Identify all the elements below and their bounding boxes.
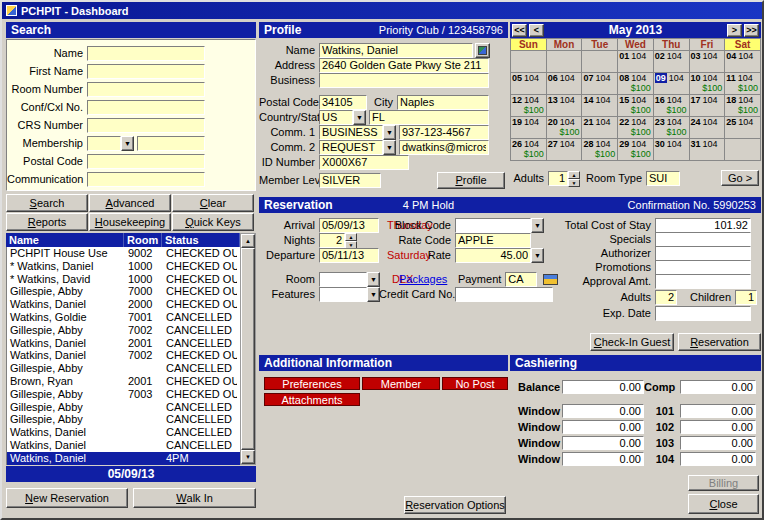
comm2-type-input[interactable] [319, 140, 383, 155]
table-row[interactable]: PCHPIT House Use9002CHECKED OUT [7, 247, 240, 260]
nights-spinner[interactable]: ▲▼ [345, 233, 357, 248]
res-adults-input[interactable] [655, 290, 677, 305]
table-row[interactable]: Gillespie, Abby7002CANCELLED [7, 324, 240, 337]
room-account-field[interactable]: 0.00 [680, 436, 756, 450]
calendar-day-cell[interactable]: 09104 [654, 73, 690, 95]
calendar-day-cell[interactable]: 22104$100 [618, 117, 654, 139]
comp-field[interactable]: 0.00 [680, 380, 756, 394]
search-name-input[interactable] [87, 46, 205, 61]
block-code-dropdown-button[interactable]: ▼ [531, 218, 544, 233]
business-input[interactable] [319, 73, 489, 88]
calendar-day-cell[interactable]: 14104 [582, 95, 618, 117]
check-in-guest-button[interactable]: Check-In Guest [590, 333, 674, 351]
calendar-day-cell[interactable]: 16104$100 [654, 95, 690, 117]
calendar-day-cell[interactable]: 12104$100 [511, 95, 547, 117]
calendar-day-cell[interactable]: 02104 [654, 51, 690, 73]
room-account-field[interactable]: 0.00 [680, 420, 756, 434]
profile-postal-input[interactable] [319, 95, 367, 110]
quick-keys-button[interactable]: Quick Keys [172, 213, 254, 231]
table-row[interactable]: Watkins, DanielCANCELLED [7, 439, 240, 452]
reservation-button[interactable]: Reservation [678, 333, 761, 351]
calendar-day-cell[interactable]: 18104$100 [725, 95, 761, 117]
arrival-input[interactable] [319, 218, 379, 233]
table-row[interactable]: * Watkins, Daniel1000CHECKED OUT [7, 260, 240, 273]
exp-date-input[interactable] [655, 306, 751, 321]
nights-input[interactable] [319, 233, 345, 248]
member-level-input[interactable] [319, 173, 381, 188]
profile-lookup-button[interactable] [475, 43, 490, 58]
table-row[interactable]: Gillespie, AbbyCANCELLED [7, 362, 240, 375]
calendar-day-cell[interactable]: 28104$100 [582, 139, 618, 161]
conf-no-input[interactable] [87, 100, 205, 115]
calendar-day-cell[interactable]: 11104$100 [725, 73, 761, 95]
comm2-value-input[interactable] [399, 140, 489, 155]
spin-up-icon[interactable]: ▲ [568, 171, 580, 179]
prev-year-button[interactable]: << [512, 24, 527, 37]
comm2-dropdown-button[interactable]: ▼ [383, 140, 396, 155]
country-input[interactable] [319, 110, 353, 125]
window-amount-field[interactable]: 0.00 [562, 436, 644, 450]
profile-button[interactable]: Profile [437, 172, 505, 189]
comm1-value-input[interactable] [399, 125, 489, 140]
table-row[interactable]: Watkins, Goldie7001CANCELLED [7, 311, 240, 324]
membership-dropdown-button[interactable]: ▼ [121, 136, 134, 151]
comm1-dropdown-button[interactable]: ▼ [383, 125, 396, 140]
window-amount-field[interactable]: 0.00 [562, 452, 644, 466]
postal-code-input[interactable] [87, 154, 205, 169]
calendar-day-cell[interactable]: 17104 [690, 95, 726, 117]
calendar-day-cell[interactable]: 25104 [725, 117, 761, 139]
calendar-day-cell[interactable]: 13104 [547, 95, 583, 117]
table-row[interactable]: * Watkins, David1000CHECKED OUT [7, 273, 240, 286]
calendar-day-cell[interactable]: 27104 [547, 139, 583, 161]
next-year-button[interactable]: >> [744, 24, 759, 37]
column-header-room[interactable]: Room [124, 233, 162, 247]
reports-button[interactable]: Reports [6, 213, 88, 231]
credit-card-no-input[interactable] [455, 287, 553, 302]
search-button[interactable]: Search [6, 194, 88, 212]
window-amount-field[interactable]: 0.00 [562, 404, 644, 418]
calendar-day-cell[interactable]: 15104$100 [618, 95, 654, 117]
rate-dropdown-button[interactable]: ▼ [531, 248, 544, 263]
reservation-options-button[interactable]: Reservation Options [404, 496, 506, 514]
payment-input[interactable] [505, 272, 537, 287]
membership-type-input[interactable] [87, 136, 121, 151]
departure-input[interactable] [319, 248, 379, 263]
calendar-day-cell[interactable]: 03104 [690, 51, 726, 73]
housekeeping-button[interactable]: Housekeeping [89, 213, 171, 231]
table-row[interactable]: Watkins, DanielCANCELLED [7, 426, 240, 439]
calendar-day-cell[interactable]: 21104 [582, 117, 618, 139]
lamp-preferences[interactable]: Preferences [264, 377, 360, 390]
calendar-day-cell[interactable]: 20104$100 [547, 117, 583, 139]
calendar-day-cell[interactable]: 19104 [511, 117, 547, 139]
approval-amt-input[interactable] [655, 274, 751, 289]
table-row[interactable]: Watkins, Daniel2001CANCELLED [7, 337, 240, 350]
block-code-input[interactable] [455, 218, 531, 233]
calendar-day-cell[interactable]: 08104$100 [618, 73, 654, 95]
lamp-member[interactable]: Member [362, 377, 440, 390]
calendar-day-cell[interactable]: 30104 [654, 139, 690, 161]
table-row[interactable]: Gillespie, Abby7000CHECKED OUT [7, 285, 240, 298]
calendar-day-cell[interactable]: 24104 [690, 117, 726, 139]
table-row[interactable]: Gillespie, Abby7003CHECKED OUT [7, 388, 240, 401]
scroll-up-icon[interactable]: ▲ [241, 234, 255, 248]
room-input[interactable] [319, 272, 367, 287]
balance-field[interactable]: 0.00 [562, 380, 644, 394]
table-row[interactable]: Watkins, Daniel2000CHECKED OUT [7, 298, 240, 311]
scroll-down-icon[interactable]: ▼ [241, 450, 255, 464]
calendar-day-cell[interactable]: 23104$100 [654, 117, 690, 139]
window-amount-field[interactable]: 0.00 [562, 420, 644, 434]
results-scrollbar[interactable]: ▲ ▼ [240, 233, 256, 465]
features-input[interactable] [319, 287, 367, 302]
calendar-day-cell[interactable]: 01104 [618, 51, 654, 73]
profile-name-input[interactable] [319, 43, 473, 58]
calendar-day-cell[interactable]: 10104$100 [690, 73, 726, 95]
lamp-attachments[interactable]: Attachments [264, 393, 360, 406]
packages-link[interactable]: Packages [399, 273, 447, 285]
comm1-type-input[interactable] [319, 125, 383, 140]
spin-down-icon[interactable]: ▼ [568, 179, 580, 187]
spin-up-icon[interactable]: ▲ [345, 233, 357, 241]
address-input[interactable] [319, 58, 489, 73]
billing-button[interactable]: Billing [688, 475, 759, 491]
clear-button[interactable]: Clear [172, 194, 254, 212]
first-name-input[interactable] [87, 64, 205, 79]
